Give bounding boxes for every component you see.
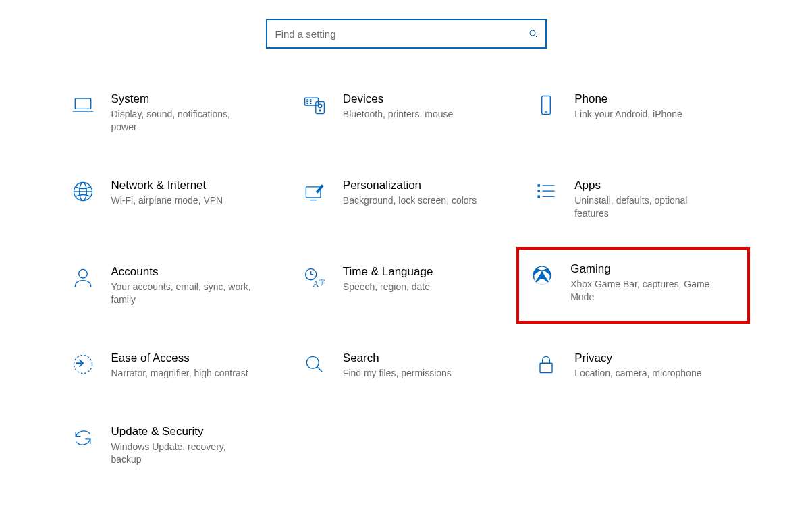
search-box[interactable] <box>266 19 547 49</box>
category-title: Phone <box>574 92 716 107</box>
category-update-security[interactable]: Update & Security Windows Update, recove… <box>65 422 283 469</box>
search-icon <box>521 28 545 39</box>
svg-text:A: A <box>313 279 319 289</box>
category-system[interactable]: System Display, sound, notifications, po… <box>65 89 283 136</box>
category-title: Search <box>343 351 485 366</box>
sync-icon <box>70 424 97 451</box>
category-title: Accounts <box>111 264 253 279</box>
category-accounts[interactable]: Accounts Your accounts, email, sync, wor… <box>65 262 283 309</box>
magnifier-icon <box>301 351 328 378</box>
category-subtitle: Wi-Fi, airplane mode, VPN <box>111 194 253 207</box>
svg-rect-2 <box>75 98 90 109</box>
category-title: Time & Language <box>343 264 485 279</box>
category-time-language[interactable]: A 字 Time & Language Speech, region, date <box>297 262 515 309</box>
category-subtitle: Link your Android, iPhone <box>574 108 716 121</box>
category-phone[interactable]: Phone Link your Android, iPhone <box>529 89 747 136</box>
svg-point-13 <box>319 110 321 111</box>
svg-point-0 <box>530 30 535 36</box>
list-icon <box>533 178 560 205</box>
category-subtitle: Uninstall, defaults, optional features <box>574 194 716 220</box>
category-title: System <box>111 92 253 107</box>
svg-point-34 <box>74 356 92 374</box>
category-title: Ease of Access <box>111 351 253 366</box>
svg-point-36 <box>306 356 319 368</box>
category-title: Network & Internet <box>111 178 253 193</box>
settings-grid: System Display, sound, notifications, po… <box>65 89 747 469</box>
search-input[interactable] <box>267 20 521 47</box>
svg-point-27 <box>78 269 87 278</box>
category-subtitle: Speech, region, date <box>343 281 485 293</box>
laptop-icon <box>70 92 97 119</box>
time-language-icon: A 字 <box>301 264 328 291</box>
xbox-icon <box>529 262 556 289</box>
category-search[interactable]: Search Find my files, permissions <box>297 348 515 382</box>
category-subtitle: Bluetooth, printers, mouse <box>343 108 485 121</box>
svg-point-12 <box>318 104 321 107</box>
category-personalization[interactable]: Personalization Background, lock screen,… <box>297 175 515 223</box>
category-devices[interactable]: Devices Bluetooth, printers, mouse <box>297 89 515 136</box>
category-subtitle: Display, sound, notifications, power <box>111 108 253 134</box>
category-title: Privacy <box>574 351 716 366</box>
category-gaming[interactable]: Gaming Xbox Game Bar, captures, Game Mod… <box>516 247 749 324</box>
category-title: Update & Security <box>111 424 253 439</box>
svg-rect-25 <box>538 195 541 198</box>
svg-rect-38 <box>540 363 552 372</box>
category-subtitle: Background, lock screen, colors <box>343 194 485 207</box>
category-title: Gaming <box>570 262 712 277</box>
svg-line-37 <box>317 367 322 372</box>
category-apps[interactable]: Apps Uninstall, defaults, optional featu… <box>529 175 747 223</box>
category-title: Devices <box>343 92 485 107</box>
lock-icon <box>533 351 560 378</box>
svg-rect-21 <box>538 184 541 187</box>
category-network[interactable]: Network & Internet Wi-Fi, airplane mode,… <box>65 175 283 223</box>
phone-icon <box>533 92 560 119</box>
ease-of-access-icon <box>70 351 97 378</box>
category-ease-of-access[interactable]: Ease of Access Narrator, magnifier, high… <box>65 348 283 382</box>
category-title: Personalization <box>343 178 485 193</box>
category-title: Apps <box>574 178 716 193</box>
person-icon <box>70 264 97 291</box>
globe-icon <box>70 178 97 205</box>
category-subtitle: Windows Update, recovery, backup <box>111 441 253 466</box>
devices-icon <box>301 92 328 119</box>
category-subtitle: Xbox Game Bar, captures, Game Mode <box>570 278 712 304</box>
category-subtitle: Narrator, magnifier, high contrast <box>111 367 253 380</box>
category-privacy[interactable]: Privacy Location, camera, microphone <box>529 348 747 382</box>
paintbrush-icon <box>301 178 328 205</box>
svg-rect-23 <box>538 190 541 192</box>
svg-text:字: 字 <box>319 279 325 286</box>
svg-line-1 <box>535 35 537 37</box>
category-subtitle: Your accounts, email, sync, work, family <box>111 281 253 306</box>
category-subtitle: Find my files, permissions <box>343 367 485 380</box>
category-subtitle: Location, camera, microphone <box>574 367 716 380</box>
